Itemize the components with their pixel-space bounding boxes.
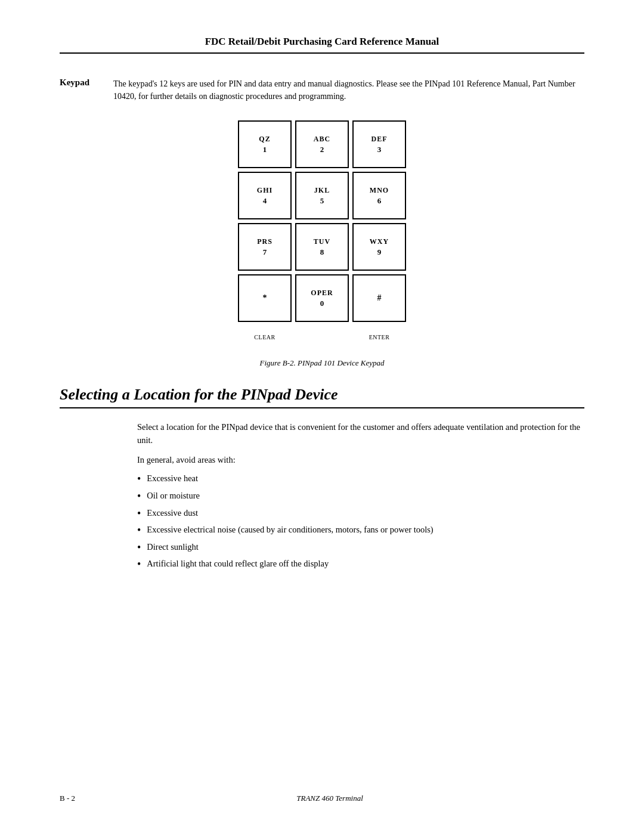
list-item: • Direct sunlight xyxy=(137,541,584,555)
key-6: MNO 6 xyxy=(352,172,406,219)
key-8-letters: TUV xyxy=(314,237,330,246)
key-2-letters: ABC xyxy=(314,135,330,144)
footer-page-number: B - 2 xyxy=(60,794,75,803)
section-heading: Selecting a Location for the PINpad Devi… xyxy=(60,386,584,408)
enter-label: ENTER xyxy=(352,334,406,340)
key-star-symbol: * xyxy=(263,293,267,303)
keypad-grid: QZ 1 ABC 2 DEF 3 GHI 4 JKL 5 MNO 6 xyxy=(238,120,406,322)
key-star: * xyxy=(238,274,292,322)
keypad-section: Keypad The keypad's 12 keys are used for… xyxy=(60,78,584,103)
page: FDC Retail/Debit Purchasing Card Referen… xyxy=(0,0,644,833)
key-6-number: 6 xyxy=(377,196,382,206)
bullet-dot: • xyxy=(137,473,141,486)
key-5-letters: JKL xyxy=(314,186,330,195)
bullet-dot: • xyxy=(137,541,141,555)
key-0-number: 0 xyxy=(320,299,324,308)
key-8: TUV 8 xyxy=(295,223,349,271)
key-2: ABC 2 xyxy=(295,120,349,168)
page-header: FDC Retail/Debit Purchasing Card Referen… xyxy=(60,36,584,54)
key-3: DEF 3 xyxy=(352,120,406,168)
key-1-number: 1 xyxy=(263,145,267,154)
key-5: JKL 5 xyxy=(295,172,349,219)
section-intro2: In general, avoid areas with: xyxy=(137,453,584,466)
bullet-text: Excessive heat xyxy=(147,472,198,485)
key-4-number: 4 xyxy=(263,196,267,206)
bullet-dot: • xyxy=(137,490,141,503)
keypad-description: The keypad's 12 keys are used for PIN an… xyxy=(113,78,584,103)
key-7: PRS 7 xyxy=(238,223,292,271)
key-0: OPER 0 xyxy=(295,274,349,322)
oper-label xyxy=(295,334,349,340)
key-6-letters: MNO xyxy=(370,186,389,195)
list-item: • Excessive electrical noise (caused by … xyxy=(137,524,584,537)
bullet-dot: • xyxy=(137,507,141,521)
section-body: Select a location for the PINpad device … xyxy=(137,420,584,571)
key-0-letters: OPER xyxy=(311,289,333,298)
key-5-number: 5 xyxy=(320,196,324,206)
page-footer: B - 2 TRANZ 460 Terminal xyxy=(60,794,584,803)
key-2-number: 2 xyxy=(320,145,324,154)
footer-title: TRANZ 460 Terminal xyxy=(296,794,363,803)
bullet-text: Artificial light that could reflect glar… xyxy=(147,558,329,571)
section-intro1: Select a location for the PINpad device … xyxy=(137,420,584,447)
clear-label: CLEAR xyxy=(238,334,292,340)
bullet-text: Oil or moisture xyxy=(147,490,200,503)
key-7-letters: PRS xyxy=(257,237,273,246)
key-4: GHI 4 xyxy=(238,172,292,219)
bullet-text: Direct sunlight xyxy=(147,541,199,554)
key-8-number: 8 xyxy=(320,247,324,257)
list-item: • Oil or moisture xyxy=(137,490,584,503)
keypad-diagram: QZ 1 ABC 2 DEF 3 GHI 4 JKL 5 MNO 6 xyxy=(60,120,584,340)
bullet-text: Excessive dust xyxy=(147,507,198,520)
bullet-text: Excessive electrical noise (caused by ai… xyxy=(147,524,433,537)
key-3-letters: DEF xyxy=(371,135,388,144)
key-hash-symbol: # xyxy=(377,293,382,303)
bullet-dot: • xyxy=(137,524,141,537)
figure-caption: Figure B-2. PINpad 101 Device Keypad xyxy=(60,358,584,368)
key-hash: # xyxy=(352,274,406,322)
keypad-label: Keypad xyxy=(60,78,113,103)
key-1-letters: QZ xyxy=(259,135,270,144)
header-title: FDC Retail/Debit Purchasing Card Referen… xyxy=(205,36,439,47)
key-7-number: 7 xyxy=(263,247,267,257)
list-item: • Excessive dust xyxy=(137,507,584,521)
list-item: • Excessive heat xyxy=(137,472,584,486)
bullet-list: • Excessive heat • Oil or moisture • Exc… xyxy=(137,472,584,571)
key-9-letters: WXY xyxy=(370,237,389,246)
key-9-number: 9 xyxy=(377,247,382,257)
key-9: WXY 9 xyxy=(352,223,406,271)
key-4-letters: GHI xyxy=(257,186,273,195)
list-item: • Artificial light that could reflect gl… xyxy=(137,558,584,571)
key-3-number: 3 xyxy=(377,145,382,154)
key-1: QZ 1 xyxy=(238,120,292,168)
bullet-dot: • xyxy=(137,558,141,571)
keypad-bottom-labels: CLEAR ENTER xyxy=(238,334,406,340)
